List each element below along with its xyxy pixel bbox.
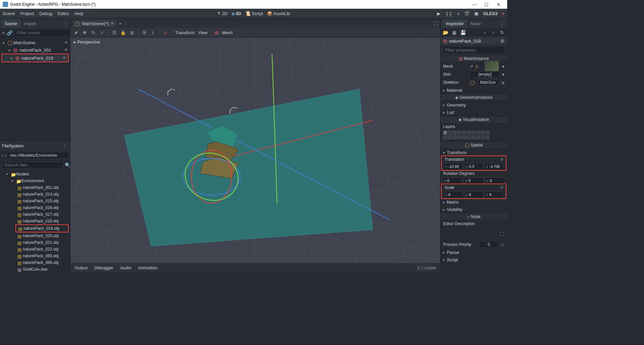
rotation-x-input[interactable]: x0 xyxy=(442,177,463,184)
node-settings-icon[interactable]: ⚙ xyxy=(500,39,504,44)
save-resource-icon[interactable]: 💾 xyxy=(460,29,466,36)
warning-icon[interactable]: ⚠ xyxy=(475,64,479,69)
nav-back-button[interactable]: ‹ xyxy=(2,152,4,158)
search-icon[interactable]: 🔍 xyxy=(65,162,70,168)
file-row[interactable]: ▦GoldCoin.dae xyxy=(0,266,70,273)
file-row[interactable]: ▧naturePack_065.obj xyxy=(0,253,70,259)
maximize-button[interactable]: ☐ xyxy=(480,2,492,7)
visibility-toggle-icon[interactable]: 👁 xyxy=(64,48,68,52)
file-row[interactable]: ▧naturePack_019.obj xyxy=(16,225,68,232)
mesh-menu[interactable]: Mesh xyxy=(222,30,233,35)
scale-y-input[interactable]: y8 xyxy=(464,191,483,198)
reset-scale-icon[interactable]: ↺ xyxy=(500,186,503,190)
camera-override-icon[interactable]: ◎ xyxy=(163,30,168,36)
open-resource-icon[interactable]: 📂 xyxy=(442,29,448,36)
tab-debugger[interactable]: Debugger xyxy=(94,265,113,270)
instance-button[interactable]: 🔗 xyxy=(7,30,12,36)
process-priority-value[interactable]: 0 xyxy=(479,241,499,248)
history-menu-icon[interactable]: ↻ xyxy=(499,29,505,36)
tab-import[interactable]: Import xyxy=(20,20,40,27)
tab-inspector[interactable]: Inspector xyxy=(442,20,467,27)
menu-project[interactable]: Project xyxy=(20,11,34,16)
tab-scene[interactable]: Scene xyxy=(1,20,20,27)
play-custom-button[interactable]: ▣ xyxy=(474,11,478,16)
filesystem-menu-icon[interactable]: ⋮ xyxy=(61,143,68,148)
history-forward-icon[interactable]: › xyxy=(490,29,496,36)
file-row[interactable]: ▧naturePack_015.obj xyxy=(0,198,70,204)
reset-translation-icon[interactable]: ↺ xyxy=(500,157,503,162)
editor-2d-button[interactable]: ↰ 2D xyxy=(217,11,227,16)
viewport-3d[interactable]: ▸ Perspective xyxy=(70,38,440,263)
stop-button[interactable]: ■ xyxy=(457,11,460,16)
tab-node[interactable]: Node xyxy=(467,20,484,27)
new-tab-button[interactable]: + xyxy=(119,21,122,26)
move-tool-icon[interactable]: ✥ xyxy=(82,30,87,36)
renderer-dropdown-icon[interactable]: ▾ xyxy=(502,11,504,16)
file-row[interactable]: ▧naturePack_014.obj xyxy=(0,191,70,198)
menu-debug[interactable]: Debug xyxy=(39,11,52,16)
group-icon[interactable]: ⊞ xyxy=(129,30,135,36)
close-button[interactable]: ✕ xyxy=(492,2,504,7)
file-search-input[interactable] xyxy=(2,161,63,169)
file-row[interactable]: ▧naturePack_001.obj xyxy=(0,184,70,191)
play-button[interactable]: ▶ xyxy=(437,11,440,16)
inspector-menu-icon[interactable]: ⋮ xyxy=(498,21,505,26)
snap-icon[interactable]: ⫴ xyxy=(150,30,156,36)
local-space-icon[interactable]: ⦿ xyxy=(142,30,147,36)
file-row[interactable]: ▧naturePack_017.obj xyxy=(0,211,70,218)
add-node-button[interactable]: + xyxy=(2,30,5,36)
expander-transform[interactable]: ▾Transform xyxy=(440,149,507,156)
tab-output[interactable]: Output xyxy=(74,265,88,270)
view-menu[interactable]: View xyxy=(198,30,208,35)
expand-description-icon[interactable]: ⛶ xyxy=(499,231,504,236)
reset-mesh-icon[interactable]: ↺ xyxy=(470,64,473,69)
list-select-icon[interactable]: ☰ xyxy=(112,30,117,36)
rotation-y-input[interactable]: y0 xyxy=(464,177,484,184)
editor-assetlib-button[interactable]: 📦 AssetLib xyxy=(267,11,290,16)
translation-x-input[interactable]: x-12.60 xyxy=(444,163,463,170)
path-input[interactable] xyxy=(8,152,69,159)
expander-script[interactable]: ▸Script xyxy=(440,256,507,263)
file-row[interactable]: ▧naturePack_018.obj xyxy=(0,218,70,224)
distraction-free-button[interactable]: ⛶ xyxy=(434,21,438,26)
perspective-label[interactable]: ▸ Perspective xyxy=(74,40,100,45)
scene-tree-item[interactable]: ▸▧naturePack_001👁 xyxy=(0,46,70,54)
scene-tree-item[interactable]: ▸▧naturePack_019👁 xyxy=(2,54,68,62)
file-row[interactable]: ▾📁Environment xyxy=(0,178,70,184)
play-scene-button[interactable]: 🎬 xyxy=(464,11,470,16)
tab-animation[interactable]: Animation xyxy=(138,265,157,270)
file-row[interactable]: ▧naturePack_016.obj xyxy=(0,204,70,211)
select-tool-icon[interactable]: ⬈ xyxy=(73,30,78,36)
dropdown-icon[interactable]: ▾ xyxy=(502,64,504,69)
rotation-z-input[interactable]: z0 xyxy=(485,177,505,184)
file-row[interactable]: ▧naturePack_021.obj xyxy=(0,239,70,246)
prop-skin-value[interactable]: [empty] xyxy=(470,71,500,78)
menu-help[interactable]: Help xyxy=(74,11,84,16)
scale-z-input[interactable]: z8 xyxy=(485,191,504,198)
scene-tab-main[interactable]: ◯ MainScene(*) ✕ xyxy=(72,20,116,27)
expander-lod[interactable]: ▸Lod xyxy=(440,109,507,116)
scene-tree-item[interactable]: ▾◯MainScene👁 xyxy=(0,39,70,46)
scale-tool-icon[interactable]: ⤢ xyxy=(99,30,105,36)
translation-y-input[interactable]: y0.3 xyxy=(464,163,483,170)
close-tab-icon[interactable]: ✕ xyxy=(111,21,114,26)
expander-material[interactable]: ▸Material xyxy=(440,86,507,94)
dock-menu-icon[interactable]: ⋮ xyxy=(62,21,69,26)
menu-editor[interactable]: Editor xyxy=(58,11,69,16)
editor-script-button[interactable]: 📜 Script xyxy=(245,11,263,16)
transform-menu[interactable]: Transform xyxy=(175,30,195,35)
expander-visibility[interactable]: ▸Visibility xyxy=(440,206,507,213)
editor-3d-button[interactable]: ⧈ 3D xyxy=(232,11,241,16)
layers-grid[interactable] xyxy=(440,130,507,141)
lock-icon[interactable]: 🔒 xyxy=(120,30,126,36)
assign-icon[interactable]: ⇲ xyxy=(501,80,504,85)
menu-scene[interactable]: Scene xyxy=(3,11,15,16)
file-row[interactable]: ▧naturePack_022.obj xyxy=(0,246,70,253)
prop-skeleton-value[interactable]: MainSce xyxy=(478,79,499,86)
scene-filter-input[interactable] xyxy=(14,29,76,37)
translation-z-input[interactable]: z-4.706 xyxy=(485,163,504,170)
pause-button[interactable]: ❚❚ xyxy=(445,11,452,16)
rotate-tool-icon[interactable]: ↻ xyxy=(91,30,96,36)
history-back-icon[interactable]: ‹ xyxy=(482,29,488,36)
nav-forward-button[interactable]: › xyxy=(5,152,7,158)
